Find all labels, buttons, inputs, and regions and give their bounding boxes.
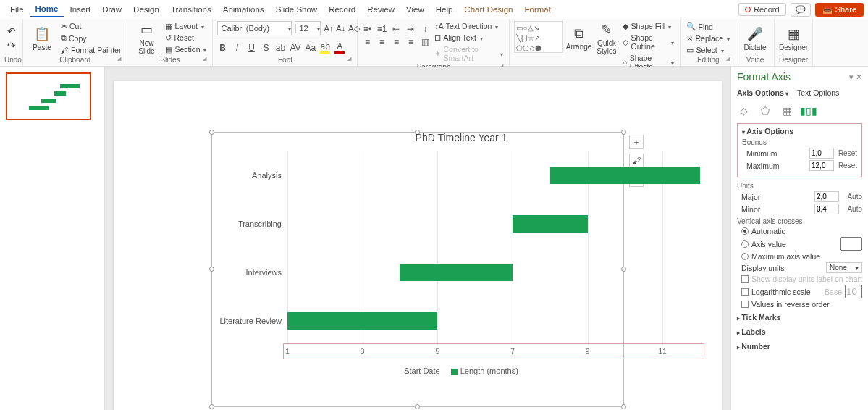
chart-title[interactable]: PhD Timeline Year 1 [215,132,707,143]
section-button[interactable]: ▤Section [164,44,208,54]
reset-button[interactable]: ↺Reset [164,33,208,43]
menu-slideshow[interactable]: Slide Show [270,2,324,17]
crosses-max[interactable]: Maximum axis value [741,252,862,261]
bold-button[interactable]: B [217,43,227,53]
comments-button[interactable]: 💬 [791,3,811,17]
decrease-font-icon[interactable]: A↓ [336,24,345,33]
menu-insert[interactable]: Insert [64,2,96,17]
major-input[interactable] [814,191,839,202]
tab-text-options[interactable]: Text Options [797,88,839,97]
menu-design[interactable]: Design [127,2,165,17]
layout-button[interactable]: ▦Layout [164,21,208,31]
align-left-button[interactable]: ≡ [362,37,372,47]
min-input[interactable] [809,148,834,159]
designer-button[interactable]: ▦Designer [779,21,808,56]
menu-help[interactable]: Help [430,2,459,17]
minor-input[interactable] [814,204,839,214]
indent-dec-button[interactable]: ⇤ [391,24,401,34]
new-slide-button[interactable]: ▭New Slide [132,21,161,56]
menu-draw[interactable]: Draw [96,2,127,17]
labels-section[interactable]: Labels [737,325,862,339]
menu-file[interactable]: File [4,2,30,17]
cut-button[interactable]: ✂Cut [59,21,122,31]
menu-format[interactable]: Format [518,2,556,17]
bar-transcribing[interactable] [513,215,588,233]
bullets-button[interactable]: ≡• [362,24,372,34]
max-reset[interactable]: Reset [837,162,857,170]
log-scale[interactable]: Logarithmic scaleBase [741,285,862,298]
case-button[interactable]: Aa [306,43,316,53]
arrange-button[interactable]: ⧉Arrange [566,21,592,56]
columns-button[interactable]: ▥ [420,37,430,47]
paste-button[interactable]: 📋Paste [28,21,56,56]
axis-options-icon[interactable]: ▮▯▮ [802,104,815,117]
indent-inc-button[interactable]: ⇥ [405,24,416,34]
align-center-button[interactable]: ≡ [376,37,387,47]
bar-interviews[interactable] [400,264,512,281]
plot-area[interactable]: 1357911AnalysisTranscribingInterviewsLit… [287,151,700,345]
numbering-button[interactable]: ≡1 [376,24,387,34]
menu-chart-design[interactable]: Chart Design [458,2,518,17]
x-axis-selection[interactable] [283,343,704,359]
align-right-button[interactable]: ≡ [391,37,401,47]
display-units-select[interactable]: None▾ [826,262,862,273]
share-icon: 📤 [822,5,833,14]
slide-canvas[interactable]: ＋ 🖌 ▽ PhD Timeline Year 1 1357911Analysi… [114,81,722,410]
number-section[interactable]: Number [737,339,862,353]
crosses-value[interactable]: Axis value [741,237,862,251]
crosses-auto[interactable]: Automatic [741,227,862,235]
italic-button[interactable]: I [232,43,242,53]
size-props-icon[interactable]: ▦ [780,104,793,117]
menu-animations[interactable]: Animations [217,2,270,17]
tab-axis-options[interactable]: Axis Options [737,88,788,97]
minor-auto[interactable]: Auto [842,205,862,213]
redo-icon[interactable]: ↷ [7,40,16,51]
font-size-select[interactable]: 12 [295,21,321,35]
menu-review[interactable]: Review [361,2,400,17]
copy-button[interactable]: ⧉Copy [59,33,122,43]
min-reset[interactable]: Reset [837,149,857,157]
replace-button[interactable]: ⤭Replace [685,33,731,43]
underline-button[interactable]: U [246,43,256,53]
chart-legend[interactable]: Start Date Length (months) [215,367,707,375]
quick-styles-button[interactable]: ✎Quick Styles [594,21,618,56]
font-name-select[interactable]: Calibri (Body) [217,21,292,35]
find-button[interactable]: 🔍Find [685,21,731,32]
format-painter-button[interactable]: 🖌Format Painter [59,45,122,55]
fill-line-icon[interactable]: ◇ [737,104,750,117]
shape-fill-button[interactable]: ◆Shape Fill [621,21,675,31]
strike-button[interactable]: S [261,43,271,53]
line-spacing-button[interactable]: ↕ [420,24,430,34]
section-heading[interactable]: Axis Options [742,127,857,135]
shadow-button[interactable]: ab [275,43,285,53]
select-button[interactable]: ▭Select [685,45,731,55]
major-auto[interactable]: Auto [842,193,862,201]
bar-literature-review[interactable] [287,312,437,330]
max-input[interactable] [809,160,834,171]
text-direction-button[interactable]: ↕AText Direction [433,21,505,31]
share-button[interactable]: 📤Share [815,3,864,17]
bar-analysis[interactable] [550,167,700,184]
tick-marks-section[interactable]: Tick Marks [737,310,862,325]
pane-menu-icon[interactable]: ▾ ✕ [849,72,862,82]
menu-transitions[interactable]: Transitions [165,2,217,17]
spacing-button[interactable]: AV [290,43,300,53]
shape-outline-button[interactable]: ◇Shape Outline [621,33,675,51]
highlight-button[interactable]: ab [320,41,330,54]
shapes-gallery[interactable]: ▭○△↘╲{ }☆↗⬠⬡◇⬢ [514,21,562,53]
menu-view[interactable]: View [400,2,430,17]
slide-thumb-1[interactable] [6,72,91,120]
font-color-button[interactable]: A [334,41,345,54]
align-text-button[interactable]: ⊟Align Text [433,33,505,43]
smartart-button[interactable]: ✦Convert to SmartArt [433,44,505,63]
reverse-order[interactable]: Values in reverse order [741,300,862,309]
menu-home[interactable]: Home [30,1,64,17]
record-button[interactable]: Record [738,3,785,16]
dictate-button[interactable]: 🎤Dictate [741,21,770,56]
increase-font-icon[interactable]: A↑ [324,24,333,33]
slide-editor[interactable]: ＋ 🖌 ▽ PhD Timeline Year 1 1357911Analysi… [105,67,730,410]
justify-button[interactable]: ≡ [405,37,416,47]
undo-icon[interactable]: ↶ [7,25,16,37]
menu-record[interactable]: Record [323,2,361,17]
effects-pane-icon[interactable]: ⬠ [759,104,772,117]
